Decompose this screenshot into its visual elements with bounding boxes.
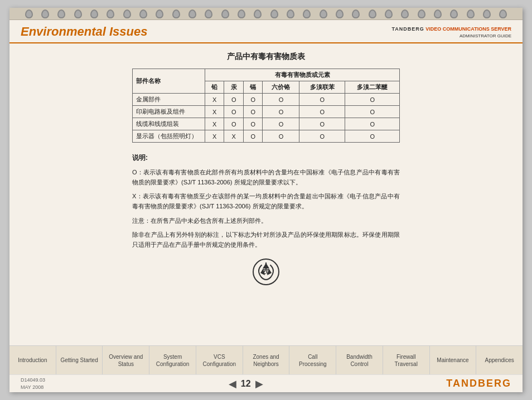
- spiral-coil: [139, 9, 147, 18]
- spiral-coil: [450, 9, 458, 18]
- cell-value: O: [299, 118, 345, 130]
- spiral-coil: [221, 9, 229, 18]
- doc-reference: D14049.03 MAY 2008: [21, 377, 45, 391]
- prev-page-arrow[interactable]: ◀: [229, 378, 236, 390]
- col-cadmium: 镉: [243, 81, 262, 94]
- spiral-coil: [57, 9, 65, 18]
- tab-bandwidth-control[interactable]: Bandwidth Control: [336, 346, 383, 374]
- cell-value: O: [299, 130, 345, 143]
- note-env: 除非在产品上有另外特别的标注，以下标志为针对所涉及产品的环保使用期限标志。环保使…: [132, 230, 400, 250]
- spiral-coil: [156, 9, 163, 18]
- next-page-arrow[interactable]: ▶: [255, 378, 263, 390]
- tab-system-config[interactable]: System Configuration: [149, 346, 196, 374]
- spiral-coil: [41, 9, 49, 18]
- brand-name: TANDBERG: [391, 26, 424, 32]
- col-chromium: 六价铬: [263, 81, 299, 94]
- spiral-coil: [254, 9, 262, 18]
- note-x: X：表示该有毒有害物质至少在该部件的某一均质材料中的含量超出中国标准《电子信息产…: [132, 192, 400, 211]
- main-content: 产品中有毒有害物质表 部件名称 有毒有害物质或元素 铅 汞 镉 六价铬 多溴联苯…: [9, 43, 523, 345]
- spiral-coil: [336, 9, 344, 18]
- note-o: O：表示该有毒有害物质在此部件所有均质材料中的含量均在中国标准《电子信息产品中有…: [132, 168, 400, 187]
- cell-part-name: 显示器（包括照明灯）: [133, 130, 205, 143]
- spiral-coil: [270, 9, 278, 18]
- spiral-coil: [401, 9, 409, 18]
- spiral-coil: [172, 9, 180, 18]
- tab-introduction[interactable]: Introduction: [9, 346, 56, 374]
- spiral-coil: [205, 9, 212, 18]
- tab-getting-started[interactable]: Getting Started: [56, 346, 103, 374]
- cell-value: O: [345, 106, 400, 118]
- cell-value: O: [263, 94, 299, 106]
- page-title: Environmental Issues: [21, 25, 147, 39]
- spiral-coil: [352, 9, 360, 18]
- table-row: 印刷电路板及组件XOOOOO: [133, 106, 400, 118]
- col-pbdes: 多溴二苯醚: [345, 81, 400, 94]
- page-container: Environmental Issues TANDBERG VIDEO COMM…: [9, 8, 523, 392]
- cell-value: O: [224, 106, 243, 118]
- substances-header: 有毒有害物质或元素: [205, 69, 400, 81]
- cell-value: O: [299, 94, 345, 106]
- table-row: 显示器（包括照明灯）XXOOOO: [133, 130, 400, 143]
- footer-tabs: Introduction Getting Started Overview an…: [9, 345, 523, 374]
- footer-brand: TANDBERG: [446, 378, 511, 389]
- spiral-coil: [467, 9, 475, 18]
- spiral-coil: [499, 9, 507, 18]
- spiral-coil: [385, 9, 393, 18]
- spiral-coil: [188, 9, 196, 18]
- cell-value: O: [224, 118, 243, 130]
- tab-overview-status[interactable]: Overview and Status: [103, 346, 149, 374]
- col-pbbs: 多溴联苯: [299, 81, 345, 94]
- notes-label: 说明:: [132, 153, 400, 163]
- cell-part-name: 金属部件: [133, 94, 205, 106]
- brand-header: TANDBERG VIDEO COMMUNICATIONS SERVER ADM…: [391, 26, 511, 39]
- col-mercury: 汞: [224, 81, 243, 94]
- spiral-coil: [418, 9, 425, 18]
- spiral-coil: [320, 9, 327, 18]
- brand-product: VIDEO COMMUNICATIONS SERVER: [425, 26, 511, 32]
- note-caution: 注意：在所售产品中未必包含所有上述所列部件。: [132, 216, 400, 226]
- spiral-coil: [369, 9, 376, 18]
- tab-zones-neighbors[interactable]: Zones andNeighbors: [243, 346, 290, 374]
- cell-value: X: [205, 94, 224, 106]
- spiral-coil: [74, 9, 82, 18]
- cell-value: O: [299, 106, 345, 118]
- cell-value: O: [345, 94, 400, 106]
- cell-value: O: [263, 130, 299, 143]
- tab-call-processing[interactable]: CallProcessing: [289, 346, 336, 374]
- cell-value: O: [263, 118, 299, 130]
- table-title: 产品中有毒有害物质表: [26, 52, 506, 62]
- cell-value: O: [243, 130, 262, 143]
- spiral-coil: [287, 9, 294, 18]
- tab-appendices[interactable]: Appendices: [476, 346, 523, 374]
- table-row: 线缆和线缆组装XOOOOO: [133, 118, 400, 130]
- spiral-coil: [434, 9, 442, 18]
- cell-part-name: 印刷电路板及组件: [133, 106, 205, 118]
- page-number: 12: [241, 379, 251, 389]
- hazmat-table: 部件名称 有毒有害物质或元素 铅 汞 镉 六价铬 多溴联苯 多溴二苯醚 金属部件…: [132, 69, 400, 143]
- spiral-coil: [90, 9, 98, 18]
- page-navigation: ◀ 12 ▶: [229, 378, 263, 390]
- spiral-binding: [9, 8, 523, 20]
- spiral-coil: [238, 9, 245, 18]
- cell-value: X: [205, 118, 224, 130]
- cell-value: O: [243, 106, 262, 118]
- tab-vcs-config[interactable]: VCS Configuration: [196, 346, 243, 374]
- spiral-coil: [25, 9, 33, 18]
- spiral-coil: [303, 9, 311, 18]
- cell-value: X: [224, 130, 243, 143]
- recycle-container: 20: [26, 257, 506, 289]
- tab-maintenance[interactable]: Maintenance: [430, 346, 477, 374]
- cell-value: O: [263, 106, 299, 118]
- cell-value: X: [205, 130, 224, 143]
- table-row: 金属部件XOOOOO: [133, 94, 400, 106]
- cell-value: O: [345, 130, 400, 143]
- col-lead: 铅: [205, 81, 224, 94]
- tab-firewall-traversal[interactable]: Firewall Traversal: [383, 346, 430, 374]
- page-footer: D14049.03 MAY 2008 ◀ 12 ▶ TANDBERG: [9, 374, 523, 392]
- page-header: Environmental Issues TANDBERG VIDEO COMM…: [9, 20, 523, 43]
- svg-text:20: 20: [262, 267, 270, 276]
- spiral-coil: [107, 9, 114, 18]
- recycle-symbol: 20: [252, 257, 280, 286]
- brand-guide: ADMINISTRATOR GUIDE: [391, 33, 511, 39]
- cell-value: O: [345, 118, 400, 130]
